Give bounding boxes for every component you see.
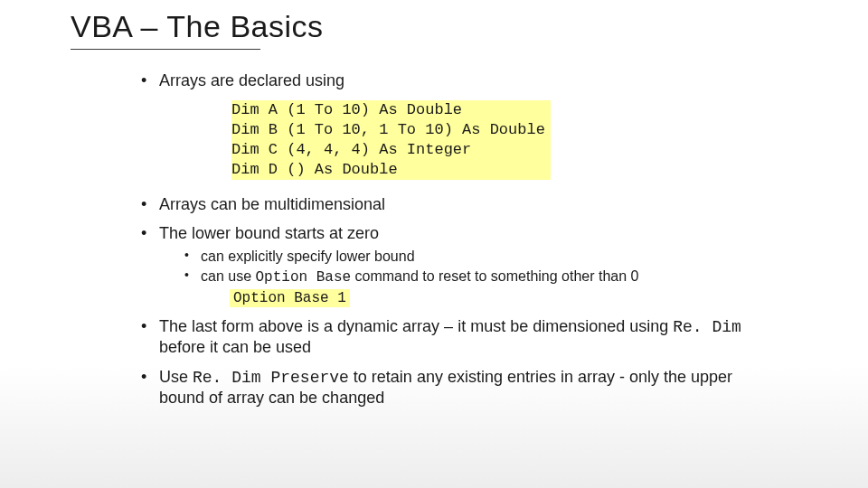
inline-code: Option Base <box>255 269 351 286</box>
title-underline <box>71 49 260 50</box>
bullet-text-post: command to reset to something other than… <box>351 268 638 284</box>
bullet-text: Arrays are declared using <box>159 71 344 89</box>
list-item: Use Re. Dim Preserve to retain any exist… <box>136 367 769 408</box>
list-item: can explicitly specify lower bound <box>184 248 769 266</box>
inline-code: Re. Dim <box>673 318 741 336</box>
bullet-text-pre: Use <box>159 368 193 386</box>
code-option-base: Option Base 1 <box>230 289 350 307</box>
page-title: VBA – The Basics <box>71 9 324 44</box>
bullet-text: Arrays can be multidimensional <box>159 195 385 213</box>
sub-bullet-list: can explicitly specify lower bound can u… <box>159 248 769 307</box>
bullet-text-pre: The last form above is a dynamic array –… <box>159 317 673 335</box>
bullet-text: can explicitly specify lower bound <box>201 249 415 264</box>
list-item: The last form above is a dynamic array –… <box>136 316 769 358</box>
bullet-list: Arrays are declared using Dim A (1 To 10… <box>136 70 769 408</box>
bullet-text-post: before it can be used <box>159 338 311 356</box>
slide: VBA – The Basics Arrays are declared usi… <box>0 0 868 488</box>
list-item: can use Option Base command to reset to … <box>184 267 769 307</box>
list-item: The lower bound starts at zero can expli… <box>136 223 769 307</box>
slide-body: Arrays are declared using Dim A (1 To 10… <box>136 70 769 418</box>
code-block-arrays: Dim A (1 To 10) As Double Dim B (1 To 10… <box>231 100 551 180</box>
list-item: Arrays can be multidimensional <box>136 194 769 215</box>
bullet-text-pre: can use <box>201 268 255 284</box>
bullet-text: The lower bound starts at zero <box>159 224 379 242</box>
inline-code: Re. Dim Preserve <box>193 369 349 387</box>
list-item: Arrays are declared using Dim A (1 To 10… <box>136 70 769 185</box>
